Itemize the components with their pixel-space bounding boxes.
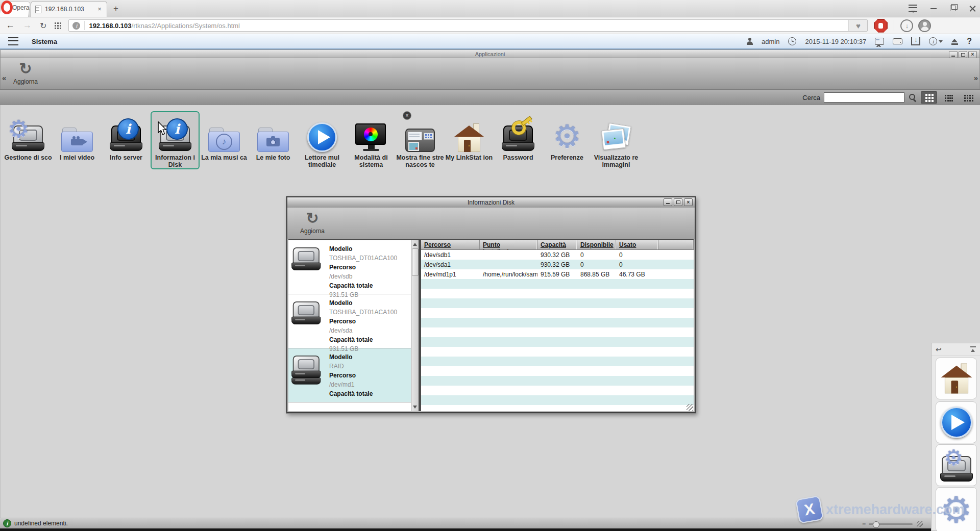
- profile-icon[interactable]: [918, 19, 931, 32]
- disk-table-row[interactable]: /dev/sdb1930.32 GB00: [421, 250, 694, 260]
- site-info-icon[interactable]: [72, 22, 80, 30]
- dialog-maximize-button[interactable]: [674, 198, 682, 206]
- zoom-thumb[interactable]: [873, 521, 879, 528]
- disk-list-item-sdb[interactable]: Modello TOSHIBA_DT01ACA100 Percorso /dev…: [288, 240, 411, 294]
- forward-icon[interactable]: →: [23, 20, 32, 31]
- speed-dial-icon[interactable]: [55, 22, 61, 29]
- disk-table-row[interactable]: [421, 318, 694, 327]
- sidebar-home-button[interactable]: [936, 358, 977, 399]
- display-icon[interactable]: [875, 38, 884, 45]
- sidebar-media-player-button[interactable]: [936, 401, 977, 443]
- folder-music-icon: [208, 113, 240, 152]
- dialog-refresh-button[interactable]: Aggiorna: [296, 211, 329, 235]
- app-password[interactable]: Password: [494, 111, 543, 169]
- disk-table-row[interactable]: [421, 386, 694, 395]
- hamburger-menu-icon[interactable]: [8, 37, 18, 45]
- downloads-icon[interactable]: [900, 19, 913, 32]
- app-modalita-di-sistema[interactable]: Modalità di sistema: [347, 111, 396, 169]
- col-usato[interactable]: Usato: [616, 240, 658, 249]
- url-field[interactable]: 192.168.0.103 /rtknas2/Applications/Syst…: [68, 19, 868, 32]
- download-tray-icon[interactable]: [911, 37, 920, 45]
- collapse-left-button[interactable]: «: [2, 73, 6, 82]
- app-gestione-disco[interactable]: Gestione di sco: [4, 111, 53, 169]
- disk-table-rows: /dev/sdb1930.32 GB00/dev/sda1930.32 GB00…: [421, 250, 694, 411]
- drive-icon[interactable]: [893, 38, 902, 44]
- dialog-resize-grip[interactable]: [687, 404, 693, 411]
- disk-table-row[interactable]: [421, 337, 694, 347]
- scroll-down-icon[interactable]: [413, 406, 417, 409]
- disk-list-scrollbar[interactable]: [411, 240, 419, 411]
- browser-tab[interactable]: 192.168.0.103: [31, 1, 107, 17]
- opera-menu-label[interactable]: Opera: [12, 4, 29, 11]
- scroll-thumb[interactable]: [412, 248, 419, 276]
- app-maximize-button[interactable]: [959, 51, 967, 58]
- sidebar-back-icon[interactable]: [936, 345, 942, 353]
- window-close-icon[interactable]: [969, 5, 976, 12]
- app-info-server[interactable]: Info server: [102, 111, 151, 169]
- applications-titlebar[interactable]: Applicazioni: [0, 49, 980, 58]
- app-my-linkstation[interactable]: My LinkStat ion: [445, 111, 494, 169]
- new-tab-button[interactable]: +: [110, 3, 121, 14]
- disk-table-row[interactable]: [421, 405, 694, 411]
- col-disponibile[interactable]: Disponibile: [577, 240, 616, 249]
- disk-icon: [291, 301, 321, 325]
- media-player-icon: [941, 407, 972, 438]
- refresh-button[interactable]: Aggiorna: [9, 61, 42, 85]
- window-minimize-icon[interactable]: [930, 8, 937, 9]
- app-la-mia-musica[interactable]: La mia musi ca: [200, 111, 249, 169]
- dialog-close-button[interactable]: [684, 198, 693, 206]
- disk-table-row[interactable]: [421, 366, 694, 376]
- search-input[interactable]: [824, 92, 904, 103]
- close-badge-icon[interactable]: [403, 111, 411, 120]
- app-close-button[interactable]: [968, 51, 977, 58]
- reload-icon[interactable]: [40, 21, 46, 31]
- search-icon[interactable]: [908, 93, 917, 102]
- disk-table-row[interactable]: [421, 395, 694, 405]
- browser-window-menu-icon[interactable]: [909, 5, 917, 12]
- dialog-titlebar[interactable]: Informazioni Disk: [287, 197, 695, 208]
- disk-table-row[interactable]: [421, 308, 694, 318]
- help-button[interactable]: ?: [967, 37, 972, 46]
- app-le-mie-foto[interactable]: Le mie foto: [249, 111, 298, 169]
- eject-icon[interactable]: [951, 38, 958, 45]
- disk-table-row[interactable]: [421, 347, 694, 357]
- disk-table-row[interactable]: /dev/md1p1/home,/run/lock/sam915.59 GB86…: [421, 269, 694, 279]
- scroll-up-icon[interactable]: [413, 243, 417, 246]
- adblock-hand-icon[interactable]: [874, 19, 888, 33]
- disk-table-header: Percorso Punto installazione Capacità Di…: [421, 240, 694, 250]
- app-visualizzatore-immagini[interactable]: Visualizzato re immagini: [592, 111, 641, 169]
- user-name[interactable]: admin: [762, 38, 779, 45]
- disk-table-row[interactable]: [421, 289, 694, 298]
- window-restore-icon[interactable]: [950, 6, 956, 11]
- disk-table-row[interactable]: [421, 298, 694, 308]
- dialog-minimize-button[interactable]: [664, 198, 672, 206]
- toolbar-separator: [894, 20, 894, 31]
- bookmark-heart-icon[interactable]: [848, 20, 867, 31]
- view-grid-button[interactable]: [921, 91, 937, 104]
- disk-list-item-sda[interactable]: Modello TOSHIBA_DT01ACA100 Percorso /dev…: [288, 294, 411, 348]
- sidebar-disk-settings-button[interactable]: [936, 444, 977, 486]
- disk-table-row[interactable]: [421, 327, 694, 337]
- refresh-icon: [9, 61, 42, 77]
- disk-table-row[interactable]: [421, 357, 694, 366]
- view-details-button[interactable]: [961, 91, 977, 104]
- col-punto-installazione[interactable]: Punto installazione: [480, 240, 537, 249]
- info-dropdown-icon[interactable]: [929, 37, 943, 45]
- col-capacita[interactable]: Capacità: [537, 240, 577, 249]
- disk-list-item-md1[interactable]: Modello RAID Percorso /dev/md1 Capacità …: [288, 348, 411, 402]
- disk-table-row[interactable]: /dev/sda1930.32 GB00: [421, 260, 694, 269]
- app-lettore-multimediale[interactable]: Lettore mul timediale: [298, 111, 347, 169]
- app-mostra-finestre-nascoste[interactable]: Mostra fine stre nascos te: [396, 111, 445, 169]
- app-preferenze[interactable]: Preferenze: [543, 111, 592, 169]
- disk-table-row[interactable]: [421, 279, 694, 289]
- app-minimize-button[interactable]: [949, 51, 958, 58]
- sidebar-collapse-icon[interactable]: [970, 346, 976, 353]
- app-informazioni-disk[interactable]: Informazion i Disk: [151, 111, 200, 169]
- view-list-button[interactable]: [941, 91, 957, 104]
- app-i-miei-video[interactable]: I miei video: [53, 111, 102, 169]
- tab-close-icon[interactable]: [96, 6, 103, 12]
- back-icon[interactable]: ←: [6, 20, 15, 31]
- collapse-right-button[interactable]: »: [974, 73, 978, 82]
- col-percorso[interactable]: Percorso: [421, 240, 480, 249]
- disk-table-row[interactable]: [421, 376, 694, 386]
